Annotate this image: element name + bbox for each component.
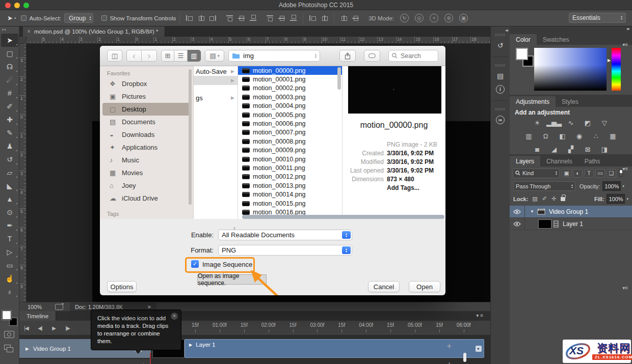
photo-filter-icon[interactable]: ◉: [573, 131, 586, 141]
layer-filter-dropdown[interactable]: Kind ▴▾: [513, 169, 560, 178]
list-view-button[interactable]: ☰: [174, 50, 188, 62]
quick-mask-button[interactable]: [4, 331, 14, 338]
3d-rotate-icon[interactable]: ↻: [400, 14, 409, 22]
column-item-gs[interactable]: gs ▶: [194, 93, 238, 102]
3d-slide-icon[interactable]: ⊕: [444, 14, 453, 22]
collapse-panels-icon[interactable]: ◂◂: [505, 28, 507, 33]
timeline-menu-icon[interactable]: ▾ ≡: [476, 313, 483, 318]
3d-camera-icon[interactable]: ▣: [459, 14, 468, 22]
file-list-scrollbar[interactable]: [337, 67, 341, 90]
horizontal-scrollbar[interactable]: [242, 215, 444, 219]
levels-icon[interactable]: ▂▅▃: [548, 118, 560, 128]
posterize-icon[interactable]: ◢: [548, 145, 560, 154]
paint-bucket-tool[interactable]: ◣: [1, 179, 18, 192]
hue-slider-marker[interactable]: ▶: [608, 58, 611, 63]
tab-adjustments[interactable]: Adjustments: [510, 96, 556, 107]
tool-preset-caret-icon[interactable]: ▾: [14, 16, 16, 20]
file-row[interactable]: motion_00007.png: [238, 128, 342, 137]
sidebar-item-dropbox[interactable]: ❖ Dropbox: [102, 77, 191, 90]
move-tool[interactable]: ➤: [1, 34, 18, 47]
tab-channels[interactable]: Channels: [540, 156, 578, 166]
tags-button[interactable]: [364, 50, 380, 62]
layer-thumbnail[interactable]: [538, 219, 551, 229]
tab-layers[interactable]: Layers: [510, 156, 540, 166]
sidebar-item-movies[interactable]: ▦ Movies: [102, 166, 191, 179]
clip-end-icon[interactable]: ▸: [476, 346, 482, 352]
clip-disclosure-icon[interactable]: ▶: [189, 343, 192, 347]
group-disclosure-icon[interactable]: ▼: [530, 209, 534, 214]
lasso-tool[interactable]: ☊: [1, 60, 18, 73]
workspace-dropdown[interactable]: Essentials ▴▾: [569, 13, 626, 23]
3d-roll-icon[interactable]: ◎: [415, 14, 424, 22]
file-row[interactable]: motion_00011.png: [238, 163, 342, 172]
history-brush-tool[interactable]: ↺: [1, 153, 18, 166]
color-balance-icon[interactable]: Ω: [540, 131, 552, 141]
file-row[interactable]: motion_00014.png: [238, 190, 342, 199]
cancel-button[interactable]: Cancel: [368, 281, 400, 292]
blur-tool[interactable]: ▲: [1, 192, 18, 206]
filter-toggle[interactable]: [619, 170, 623, 177]
file-row[interactable]: motion_00012.png: [238, 173, 342, 181]
lock-all-icon[interactable]: [561, 197, 565, 201]
file-row[interactable]: motion_00013.png: [238, 181, 342, 190]
status-options-icon[interactable]: ▶: [148, 304, 151, 309]
filter-smart-objects-icon[interactable]: ❏: [607, 169, 616, 178]
layer-clip[interactable]: ▶ Layer 1 ▸: [185, 339, 484, 358]
sidebar-item-music[interactable]: ♪ Music: [102, 154, 191, 166]
timeline-scrollbar[interactable]: [463, 353, 466, 362]
opacity-value[interactable]: 100%: [602, 181, 621, 191]
align-left-edges-icon[interactable]: [186, 15, 193, 21]
share-button[interactable]: [339, 50, 356, 62]
folder-dropdown[interactable]: img ▴▾: [228, 50, 320, 62]
file-row[interactable]: motion_00015.png: [238, 199, 342, 208]
audio-track-icon[interactable]: ♪: [142, 361, 145, 364]
search-field[interactable]: [388, 50, 438, 62]
marquee-tool[interactable]: ▢: [1, 47, 18, 60]
color-field[interactable]: [534, 48, 607, 91]
hue-saturation-icon[interactable]: ▥: [523, 131, 535, 141]
back-button[interactable]: ‹: [126, 50, 142, 62]
path-selection-tool[interactable]: ▷: [1, 245, 18, 259]
filter-shape-layers-icon[interactable]: ▭: [595, 169, 605, 178]
vertical-ruler[interactable]: 4321012345678910: [19, 44, 27, 302]
column-item-autosave[interactable]: Auto-Save ▶: [194, 67, 238, 76]
layer-row-video-group[interactable]: ▼ Video Group 1: [510, 206, 632, 218]
eyedropper-tool[interactable]: ✐: [1, 100, 18, 113]
lock-transparency-icon[interactable]: ▨: [532, 195, 537, 202]
enable-dropdown[interactable]: All Readable Documents ▴▾: [218, 230, 352, 240]
file-row[interactable]: motion_00010.png: [238, 155, 342, 163]
tooltip-close-icon[interactable]: ×: [171, 313, 178, 320]
align-bottom-edges-icon[interactable]: [250, 15, 256, 21]
file-row[interactable]: motion_00005.png: [238, 110, 342, 119]
black-white-icon[interactable]: ◧: [557, 131, 569, 141]
add-tags-link[interactable]: Add Tags...: [387, 184, 419, 192]
foreground-swatch[interactable]: [516, 48, 528, 60]
sidebar-toggle-button[interactable]: ◫: [107, 50, 122, 62]
rectangle-tool[interactable]: ▭: [1, 259, 18, 272]
open-button[interactable]: Open: [409, 281, 440, 292]
distribute-top-edges-icon[interactable]: [267, 15, 273, 21]
layers-panel-menu-icon[interactable]: ▾≡: [622, 285, 628, 291]
sidebar-item-joey[interactable]: ⌂ Joey: [102, 179, 191, 192]
group-by-button[interactable]: ▤▾: [205, 50, 224, 62]
brightness-contrast-icon[interactable]: ☀: [531, 118, 543, 128]
sidebar-item-documents[interactable]: ▤ Documents: [102, 116, 191, 128]
libraries-panel-icon[interactable]: ▤: [493, 70, 508, 82]
distribute-vertical-centers-icon[interactable]: [278, 15, 285, 21]
pen-tool[interactable]: ✒: [1, 219, 18, 232]
align-horizontal-centers-icon[interactable]: [198, 15, 204, 21]
3d-pan-icon[interactable]: +: [430, 14, 438, 22]
forward-button[interactable]: ›: [142, 50, 157, 62]
file-row[interactable]: motion_00002.png: [238, 84, 342, 93]
next-frame-button[interactable]: |▶: [61, 325, 74, 331]
distribute-left-edges-icon[interactable]: [309, 15, 316, 21]
fill-caret-icon[interactable]: ▾: [626, 197, 628, 201]
file-row[interactable]: motion_00000.png: [238, 66, 342, 75]
document-tab[interactable]: × motion.psd @ 100% (Video Group 1, RGB/…: [23, 26, 165, 37]
channel-mixer-icon[interactable]: ∴: [590, 131, 602, 141]
selective-color-icon[interactable]: ⊠: [582, 145, 594, 154]
filter-adjustment-layers-icon[interactable]: ◐: [573, 169, 583, 178]
sidebar-scrollbar[interactable]: [189, 69, 192, 205]
add-video-track-button[interactable]: +: [447, 342, 452, 351]
file-row[interactable]: motion_00003.png: [238, 93, 342, 101]
